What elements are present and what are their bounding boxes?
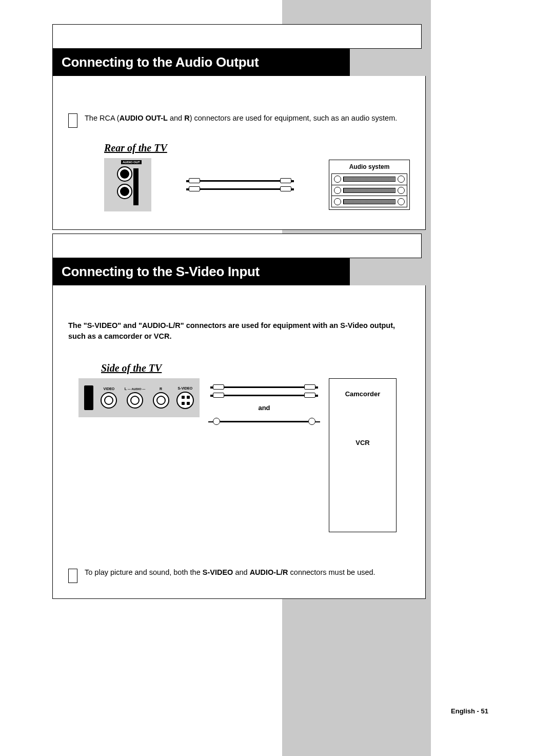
spacer (52, 76, 426, 92)
plug-icon (189, 178, 200, 183)
audio-system-label: Audio system (331, 163, 407, 170)
section1-title: Connecting to the Audio Output (52, 49, 350, 76)
devices-box: Camcorder VCR (329, 378, 397, 532)
svideo-plug-icon (213, 418, 220, 425)
plug-icon (304, 384, 315, 390)
video-port: VIDEO (101, 387, 117, 409)
audio-l-port: L — AUDIO — (125, 387, 146, 409)
section2-title: Connecting to the S-Video Input (52, 258, 350, 285)
section2-diagram: VIDEO L — AUDIO — R (78, 378, 410, 532)
tv-side-panel-graphic: VIDEO L — AUDIO — R (78, 378, 200, 417)
spacer (52, 285, 426, 302)
section2-box: The "S-VIDEO" and "AUDIO-L/R" connectors… (52, 302, 426, 599)
title-rule-1 (52, 24, 422, 49)
section1-intro: The RCA (AUDIO OUT-L and R) connectors a… (68, 113, 410, 128)
and-label: and (258, 404, 270, 412)
video-jack-icon (101, 392, 117, 409)
audio-cable-graphic (189, 178, 291, 191)
note-icon (68, 569, 77, 583)
section2-note: To play picture and sound, both the S-VI… (68, 568, 410, 583)
audio-r-port: R (153, 387, 169, 409)
audio-system-device: Audio system (329, 160, 410, 210)
section2-intro: The "S-VIDEO" and "AUDIO-L/R" connectors… (68, 320, 410, 342)
rca-jack-l-icon (117, 166, 132, 182)
audio-vert-label (133, 168, 138, 205)
rca-jack-r-icon (117, 184, 132, 199)
plug-icon (304, 393, 315, 398)
plug-icon (280, 178, 291, 183)
tv-rear-panel-graphic: AUDIO OUT (104, 158, 151, 211)
plug-icon (213, 384, 224, 390)
title-rule-2 (52, 234, 422, 258)
audio-out-label: AUDIO OUT (121, 160, 142, 164)
vcr-label: VCR (355, 439, 369, 447)
section1-box: The RCA (AUDIO OUT-L and R) connectors a… (52, 92, 426, 230)
side-of-tv-heading: Side of the TV (101, 362, 410, 374)
rear-of-tv-heading: Rear of the TV (104, 142, 410, 154)
plug-icon (189, 186, 200, 191)
manual-page: Connecting to the Audio Output The RCA (… (0, 0, 554, 630)
section2-title-wrap: Connecting to the S-Video Input (52, 234, 488, 285)
section2-note-text: To play picture and sound, both the S-VI… (85, 568, 375, 576)
audio-system-icon (331, 173, 407, 207)
svideo-plug-icon (308, 418, 315, 425)
page-footer: English - 51 (123, 707, 554, 715)
note-icon (68, 113, 77, 128)
section1-diagram: AUDIO OUT Audio system (68, 158, 410, 211)
section1-intro-text: The RCA (AUDIO OUT-L and R) connectors a… (85, 113, 397, 124)
plug-icon (280, 186, 291, 191)
audio-l-jack-icon (127, 392, 143, 409)
svideo-jack-icon (176, 392, 194, 409)
plug-icon (213, 393, 224, 398)
section1-title-wrap: Connecting to the Audio Output (52, 24, 488, 76)
svideo-port: S-VIDEO (176, 386, 194, 409)
camcorder-label: Camcorder (345, 390, 381, 398)
av-in-tab-icon (84, 385, 93, 410)
cables-graphic: and (213, 384, 315, 425)
audio-r-jack-icon (153, 392, 169, 409)
